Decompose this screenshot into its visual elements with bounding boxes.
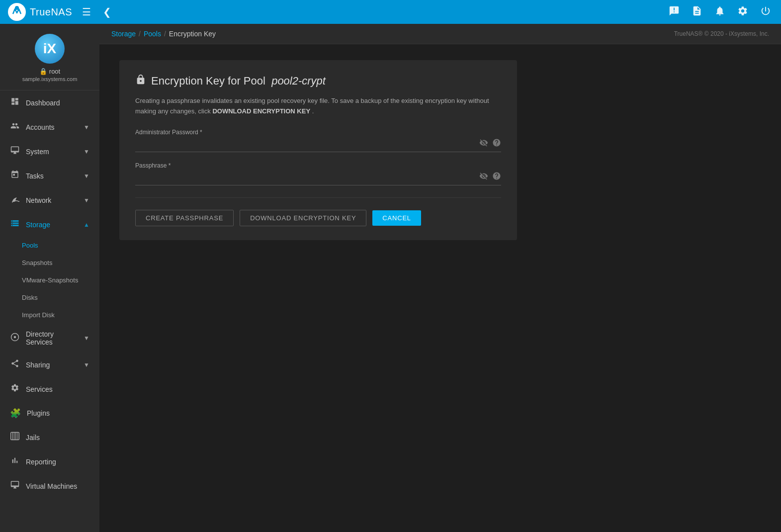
- sidebar-item-storage[interactable]: Storage ▲: [0, 212, 99, 237]
- hamburger-button[interactable]: ☰: [80, 4, 93, 20]
- card-title-text: Encryption Key for Pool pool2-crypt: [151, 75, 326, 88]
- plugins-icon: 🧩: [10, 408, 21, 419]
- sidebar-item-accounts[interactable]: Accounts ▼: [0, 115, 99, 139]
- sidebar: iX 🔒 root sample.ixsystems.com Dashboard…: [0, 24, 99, 532]
- sidebar-subitem-import-disk[interactable]: Import Disk: [0, 306, 99, 324]
- reporting-icon: [10, 456, 20, 467]
- sidebar-item-network[interactable]: Network ▼: [0, 188, 99, 212]
- sidebar-item-directory-services[interactable]: Directory Services ▼: [0, 324, 99, 353]
- feedback-icon[interactable]: [667, 3, 682, 21]
- dashboard-icon: [10, 97, 20, 108]
- breadcrumb-sep-2: /: [164, 30, 166, 38]
- sidebar-item-reporting[interactable]: Reporting: [0, 449, 99, 474]
- download-encryption-key-button[interactable]: DOWNLOAD ENCRYPTION KEY: [240, 210, 366, 226]
- card-divider: [135, 197, 501, 198]
- sidebar-item-jails[interactable]: Jails: [0, 425, 99, 449]
- sidebar-item-sharing[interactable]: Sharing ▼: [0, 353, 99, 377]
- passphrase-help-icon[interactable]: [492, 172, 501, 182]
- sidebar-subitem-pools[interactable]: Pools: [0, 237, 99, 254]
- passphrase-input[interactable]: [135, 171, 475, 183]
- breadcrumb-pools[interactable]: Pools: [144, 30, 161, 38]
- lock-title-icon: [135, 74, 146, 88]
- sidebar-profile: iX 🔒 root sample.ixsystems.com: [0, 24, 99, 90]
- passphrase-icons: [479, 172, 501, 182]
- breadcrumb-current: Encryption Key: [169, 30, 216, 38]
- breadcrumb-storage[interactable]: Storage: [111, 30, 136, 38]
- virtual-machines-icon: [10, 480, 20, 492]
- profile-username: 🔒 root: [39, 68, 60, 75]
- sidebar-item-plugins[interactable]: 🧩 Plugins: [0, 401, 99, 425]
- admin-password-icons: [479, 138, 501, 149]
- card-title: Encryption Key for Pool pool2-crypt: [135, 74, 501, 88]
- admin-password-label: Administrator Password *: [135, 129, 501, 136]
- bell-icon[interactable]: [712, 3, 727, 21]
- passphrase-field: Passphrase *: [135, 162, 501, 185]
- admin-password-field: Administrator Password *: [135, 129, 501, 152]
- breadcrumb-bar: Storage / Pools / Encryption Key TrueNAS…: [99, 24, 781, 44]
- sidebar-item-virtual-machines[interactable]: Virtual Machines: [0, 474, 99, 498]
- svg-point-3: [14, 336, 16, 338]
- encryption-key-card: Encryption Key for Pool pool2-crypt Crea…: [119, 60, 517, 240]
- profile-hostname: sample.ixsystems.com: [22, 76, 78, 82]
- accounts-arrow: ▼: [84, 124, 89, 131]
- admin-password-visibility-icon[interactable]: [479, 138, 488, 149]
- network-arrow: ▼: [84, 197, 89, 204]
- passphrase-input-row: [135, 171, 501, 185]
- notes-icon[interactable]: [690, 3, 704, 21]
- settings-icon[interactable]: [735, 3, 750, 21]
- avatar: iX: [35, 34, 65, 64]
- passphrase-visibility-icon[interactable]: [479, 172, 488, 182]
- breadcrumb: Storage / Pools / Encryption Key: [111, 30, 216, 38]
- truenas-logo-icon: [8, 3, 26, 21]
- services-icon: [10, 383, 20, 395]
- create-passphrase-button[interactable]: CREATE PASSPHRASE: [135, 210, 234, 226]
- system-icon: [10, 146, 20, 157]
- jails-icon: [10, 432, 20, 443]
- copyright-text: TrueNAS® © 2020 - iXsystems, Inc.: [674, 30, 769, 37]
- sidebar-item-services[interactable]: Services: [0, 377, 99, 401]
- pool-name: pool2-crypt: [271, 75, 326, 87]
- topbar-left: TrueNAS ☰ ❮: [8, 3, 113, 21]
- svg-rect-4: [11, 433, 19, 440]
- sidebar-subitem-vmware-snapshots[interactable]: VMware-Snapshots: [0, 271, 99, 289]
- passphrase-label: Passphrase *: [135, 162, 501, 169]
- cancel-button[interactable]: CANCEL: [372, 210, 421, 226]
- main-content: Storage / Pools / Encryption Key TrueNAS…: [99, 24, 781, 532]
- card-description: Creating a passphrase invalidates an exi…: [135, 96, 501, 117]
- network-icon: [10, 194, 20, 206]
- topbar-right: [667, 3, 773, 21]
- sharing-arrow: ▼: [84, 361, 89, 368]
- topbar-logo: TrueNAS: [8, 3, 72, 21]
- button-row: CREATE PASSPHRASE DOWNLOAD ENCRYPTION KE…: [135, 210, 501, 226]
- tasks-icon: [10, 170, 20, 181]
- sidebar-item-dashboard[interactable]: Dashboard: [0, 90, 99, 115]
- accounts-icon: [10, 121, 20, 133]
- notes-svg: [692, 5, 702, 16]
- feedback-svg: [669, 5, 680, 16]
- storage-arrow: ▲: [84, 221, 89, 228]
- layout: iX 🔒 root sample.ixsystems.com Dashboard…: [0, 24, 781, 532]
- breadcrumb-sep-1: /: [139, 30, 141, 38]
- admin-password-input[interactable]: [135, 138, 475, 150]
- sidebar-subitem-disks[interactable]: Disks: [0, 289, 99, 306]
- bell-svg: [714, 5, 725, 16]
- storage-icon: [10, 219, 20, 230]
- sidebar-subitem-snapshots[interactable]: Snapshots: [0, 254, 99, 271]
- tasks-arrow: ▼: [84, 173, 89, 179]
- sharing-icon: [10, 359, 20, 370]
- sidebar-item-tasks[interactable]: Tasks ▼: [0, 164, 99, 188]
- topbar-title: TrueNAS: [30, 6, 72, 18]
- admin-password-help-icon[interactable]: [492, 138, 501, 149]
- directory-services-icon: [10, 333, 20, 344]
- sidebar-item-system[interactable]: System ▼: [0, 139, 99, 164]
- back-button[interactable]: ❮: [101, 4, 113, 20]
- content-area: Encryption Key for Pool pool2-crypt Crea…: [99, 44, 781, 532]
- settings-svg: [737, 5, 748, 16]
- power-svg: [760, 5, 771, 16]
- topbar: TrueNAS ☰ ❮: [0, 0, 781, 24]
- svg-point-1: [15, 6, 19, 10]
- system-arrow: ▼: [84, 148, 89, 155]
- power-icon[interactable]: [758, 3, 773, 21]
- admin-password-input-row: [135, 138, 501, 152]
- lock-icon: 🔒: [39, 68, 47, 75]
